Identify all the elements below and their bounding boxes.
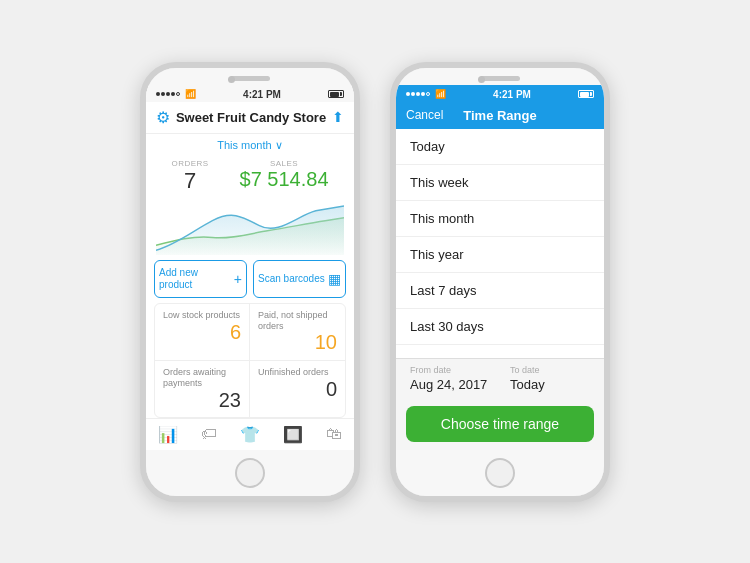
orders-stat: ORDERS 7 (171, 159, 208, 194)
add-icon: + (234, 271, 242, 287)
p2-dot1 (406, 92, 410, 96)
phone2-status-left: 📶 (406, 89, 446, 99)
paid-not-shipped-label: Paid, not shipped orders (258, 310, 337, 332)
chart-area (146, 196, 354, 255)
metrics-grid: Low stock products 6 Paid, not shipped o… (154, 303, 346, 418)
phones-container: 📶 4:21 PM ⚙ Sweet Fruit Candy Store ⬆ Th (140, 62, 610, 502)
add-product-button[interactable]: Add new product + (154, 260, 247, 298)
p2-dot2 (411, 92, 415, 96)
from-date-label: From date (410, 365, 490, 375)
nav-dashboard[interactable]: 📊 (158, 425, 178, 444)
status-left: 📶 (156, 89, 196, 99)
phone2-status-bar: 📶 4:21 PM (396, 85, 604, 102)
action-buttons: Add new product + Scan barcodes ▦ (154, 260, 346, 298)
phone-bottom (146, 450, 354, 496)
phone-timerange: 📶 4:21 PM Cancel Time Range (390, 62, 610, 502)
settings-icon[interactable]: ⚙ (156, 108, 170, 127)
home-button[interactable] (235, 458, 265, 488)
from-date-value: Aug 24, 2017 (410, 377, 490, 392)
phone-screen: 📶 4:21 PM ⚙ Sweet Fruit Candy Store ⬆ Th (146, 85, 354, 450)
dot5 (176, 92, 180, 96)
metric-paid-not-shipped: Paid, not shipped orders 10 (250, 304, 345, 362)
unfinished-value: 0 (258, 378, 337, 401)
phone2-signal (406, 92, 430, 96)
sales-stat: SALES $7 514.84 (240, 159, 329, 194)
date-filter[interactable]: This month ∨ (146, 134, 354, 155)
metric-low-stock: Low stock products 6 (155, 304, 250, 362)
option-this-week-label: This week (410, 175, 469, 190)
to-date-label: To date (510, 365, 590, 375)
date-filter-arrow: ∨ (275, 139, 283, 151)
status-time: 4:21 PM (243, 89, 281, 100)
cancel-button[interactable]: Cancel (406, 108, 453, 122)
option-today[interactable]: Today (396, 129, 604, 165)
nav-store[interactable]: 🛍 (326, 425, 342, 443)
phone2-battery-tip (590, 92, 592, 96)
p2-dot3 (416, 92, 420, 96)
time-options: Today This week This month This year Las… (396, 129, 604, 358)
paid-not-shipped-value: 10 (258, 331, 337, 354)
phone2-battery-fill (580, 92, 589, 97)
to-date-field[interactable]: To date Today (510, 365, 590, 392)
phone-top-bar (146, 68, 354, 85)
camera (228, 76, 235, 83)
option-last-7-label: Last 7 days (410, 283, 477, 298)
nav-products[interactable]: 👕 (240, 425, 260, 444)
battery-fill (330, 92, 339, 97)
option-last-30-label: Last 30 days (410, 319, 484, 334)
p2-dot5 (426, 92, 430, 96)
p2-dot4 (421, 92, 425, 96)
option-this-year[interactable]: This year (396, 237, 604, 273)
time-range-title: Time Range (453, 108, 547, 123)
choose-time-range-button[interactable]: Choose time range (406, 406, 594, 442)
add-product-label: Add new product (159, 267, 198, 291)
dot4 (171, 92, 175, 96)
option-this-month[interactable]: This month (396, 201, 604, 237)
option-last-7-days[interactable]: Last 7 days (396, 273, 604, 309)
sales-label: SALES (240, 159, 329, 168)
bottom-nav: 📊 🏷 👕 🔲 🛍 (146, 418, 354, 450)
awaiting-payments-value: 23 (163, 389, 241, 412)
option-last-30-days[interactable]: Last 30 days (396, 309, 604, 345)
phone-dashboard: 📶 4:21 PM ⚙ Sweet Fruit Candy Store ⬆ Th (140, 62, 360, 502)
phone2-top-bar (396, 68, 604, 85)
phone2-screen: 📶 4:21 PM Cancel Time Range (396, 85, 604, 450)
phone2-home-button[interactable] (485, 458, 515, 488)
barcode-icon: ▦ (328, 271, 341, 287)
scan-barcodes-button[interactable]: Scan barcodes ▦ (253, 260, 346, 298)
phone2-camera (478, 76, 485, 83)
wifi-icon: 📶 (185, 89, 196, 99)
app-header: ⚙ Sweet Fruit Candy Store ⬆ (146, 102, 354, 134)
orders-value: 7 (171, 168, 208, 194)
custom-date-section: From date Aug 24, 2017 To date Today Cho… (396, 358, 604, 450)
phone2-speaker (480, 76, 520, 81)
option-this-year-label: This year (410, 247, 463, 262)
store-title: Sweet Fruit Candy Store (176, 110, 326, 125)
share-icon[interactable]: ⬆ (332, 109, 344, 125)
unfinished-label: Unfinished orders (258, 367, 337, 378)
sales-value: $7 514.84 (240, 168, 329, 191)
status-right (328, 90, 344, 98)
signal-dots (156, 92, 180, 96)
battery-icon (328, 90, 344, 98)
nav-tags[interactable]: 🏷 (201, 425, 217, 443)
phone2-bottom (396, 450, 604, 496)
chart-blue-fill (156, 205, 344, 254)
awaiting-payments-label: Orders awaiting payments (163, 367, 241, 389)
option-this-week[interactable]: This week (396, 165, 604, 201)
stats-row: ORDERS 7 SALES $7 514.84 (146, 155, 354, 196)
status-bar: 📶 4:21 PM (146, 85, 354, 102)
orders-label: ORDERS (171, 159, 208, 168)
time-range-header: Cancel Time Range (396, 102, 604, 129)
battery-tip (340, 92, 342, 96)
from-date-field[interactable]: From date Aug 24, 2017 (410, 365, 490, 392)
to-date-value: Today (510, 377, 590, 392)
phone2-battery (578, 90, 594, 98)
nav-orders[interactable]: 🔲 (283, 425, 303, 444)
phone2-battery-icon (578, 90, 594, 98)
dot1 (156, 92, 160, 96)
date-inputs: From date Aug 24, 2017 To date Today (396, 359, 604, 400)
option-lifetime[interactable]: Lifetime (396, 345, 604, 358)
phone2-wifi-icon: 📶 (435, 89, 446, 99)
scan-barcodes-label: Scan barcodes (258, 273, 325, 285)
